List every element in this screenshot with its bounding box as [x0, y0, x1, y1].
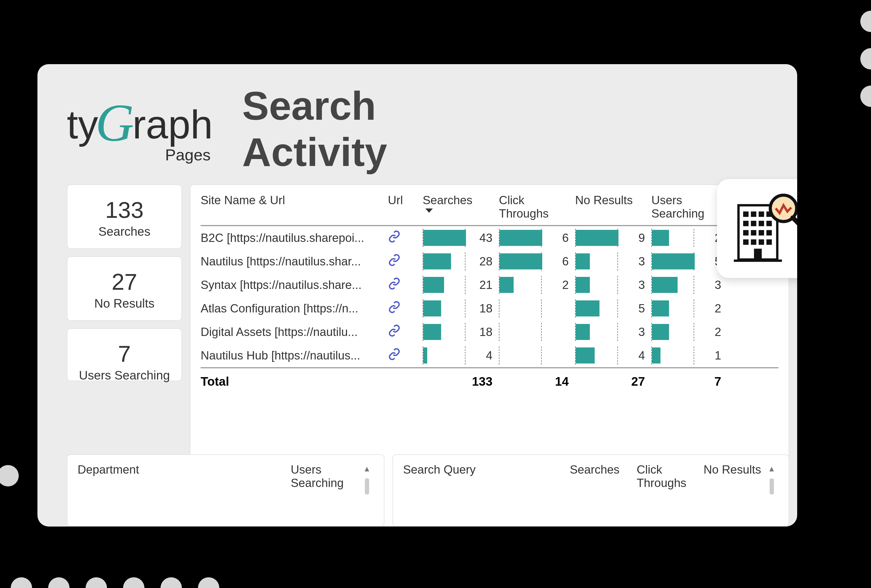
- kpi-label: No Results: [73, 296, 176, 310]
- kpi-value: 27: [73, 269, 176, 295]
- link-icon: [388, 277, 401, 290]
- bar-cell: 2: [651, 299, 727, 318]
- svg-rect-9: [766, 221, 772, 226]
- table-row[interactable]: Nautilus [https://nautilus.shar... 28 6 …: [201, 250, 778, 273]
- kpi-no-results[interactable]: 27 No Results: [67, 256, 182, 321]
- site-cell: Nautilus [https://nautilus.shar...: [201, 255, 388, 268]
- bar-cell: 1: [651, 346, 727, 364]
- bar-cell: 2: [651, 323, 727, 341]
- bar-cell: 6: [499, 229, 575, 247]
- link-icon: [388, 348, 401, 361]
- svg-rect-6: [743, 221, 748, 226]
- svg-rect-3: [751, 211, 756, 217]
- url-link[interactable]: [388, 324, 423, 340]
- page-title: Search Activity: [242, 83, 387, 175]
- bar-cell: 4: [423, 346, 499, 364]
- bar-cell: [499, 346, 575, 364]
- url-link[interactable]: [388, 254, 423, 269]
- bar-cell: 4: [575, 346, 651, 364]
- bar-cell: 28: [423, 252, 499, 270]
- site-cell: B2C [https://nautilus.sharepoi...: [201, 231, 388, 245]
- building-search-icon: [727, 190, 797, 267]
- svg-rect-4: [759, 211, 764, 217]
- bar-cell: 2: [651, 229, 727, 247]
- table-row[interactable]: Digital Assets [https://nautilu... 18 3 …: [201, 320, 778, 344]
- svg-rect-2: [743, 211, 748, 217]
- bar-cell: 9: [575, 229, 651, 247]
- svg-rect-11: [751, 230, 756, 236]
- logo: ty G raph Pages: [67, 94, 213, 164]
- bar-cell: 18: [423, 323, 499, 341]
- sq-clicks-header[interactable]: Click Throughs: [637, 463, 703, 490]
- bar-cell: 18: [423, 299, 499, 318]
- logo-text-left: ty: [67, 104, 98, 145]
- url-link[interactable]: [388, 230, 423, 246]
- dept-col-header[interactable]: Department: [78, 463, 291, 476]
- sq-scroll-icon[interactable]: [771, 463, 778, 494]
- bar-cell: 5: [575, 299, 651, 318]
- bar-cell: 43: [423, 229, 499, 247]
- svg-line-20: [793, 218, 797, 227]
- logo-text-right: raph: [132, 104, 213, 145]
- total-label: Total: [201, 374, 388, 389]
- url-link[interactable]: [388, 348, 423, 363]
- table-row[interactable]: Syntax [https://nautilus.share... 21 2 3…: [201, 273, 778, 297]
- link-icon: [388, 230, 401, 243]
- col-site-header[interactable]: Site Name & Url: [201, 194, 388, 207]
- dept-scroll-icon[interactable]: [366, 463, 374, 494]
- url-link[interactable]: [388, 277, 423, 293]
- table-row[interactable]: B2C [https://nautilus.sharepoi... 43 6 9…: [201, 226, 778, 250]
- table-row[interactable]: Atlas Configuration [https://n... 18 5 2: [201, 297, 778, 320]
- logo-g-icon: G: [96, 96, 134, 149]
- bar-cell: [499, 299, 575, 318]
- total-nores: 27: [575, 374, 651, 389]
- kpi-label: Searches: [73, 224, 176, 239]
- svg-rect-7: [751, 221, 756, 226]
- sq-col-header[interactable]: Search Query: [403, 463, 570, 476]
- site-cell: Atlas Configuration [https://n...: [201, 302, 388, 315]
- search-query-panel[interactable]: Search Query Searches Click Throughs No …: [392, 454, 789, 527]
- col-clicks-header[interactable]: Click Throughs: [499, 194, 575, 220]
- bar-cell: 2: [499, 276, 575, 294]
- bar-cell: 3: [575, 252, 651, 270]
- svg-rect-16: [759, 239, 764, 245]
- bar-cell: 6: [499, 252, 575, 270]
- col-users-header[interactable]: Users Searching: [651, 194, 727, 220]
- kpi-label: Users Searching: [73, 368, 176, 382]
- table-header-row: Site Name & Url Url Searches Click Throu…: [201, 194, 778, 225]
- col-nores-header[interactable]: No Results: [575, 194, 651, 207]
- kpi-value: 133: [73, 197, 176, 223]
- bar-cell: 3: [575, 323, 651, 341]
- table-row[interactable]: Nautilus Hub [https://nautilus... 4 4 1: [201, 344, 778, 367]
- department-panel[interactable]: Department Users Searching: [67, 454, 385, 527]
- link-icon: [388, 301, 401, 313]
- col-searches-header[interactable]: Searches: [423, 194, 499, 207]
- total-users: 7: [651, 374, 727, 389]
- svg-rect-10: [743, 230, 748, 236]
- dept-users-header[interactable]: Users Searching: [291, 463, 366, 490]
- sq-nores-header[interactable]: No Results: [703, 463, 771, 476]
- kpi-value: 7: [73, 340, 176, 367]
- kpi-searches[interactable]: 133 Searches: [67, 184, 182, 249]
- logo-subtext: Pages: [165, 146, 211, 164]
- svg-rect-1: [734, 260, 782, 262]
- url-link[interactable]: [388, 301, 423, 316]
- site-cell: Nautilus Hub [https://nautilus...: [201, 349, 388, 362]
- activity-icon-card: [717, 179, 797, 278]
- svg-rect-14: [743, 239, 748, 245]
- link-icon: [388, 254, 401, 266]
- site-cell: Syntax [https://nautilus.share...: [201, 278, 388, 292]
- bar-cell: [499, 323, 575, 341]
- svg-rect-18: [754, 249, 762, 260]
- bar-cell: 21: [423, 276, 499, 294]
- link-icon: [388, 324, 401, 337]
- bar-cell: 3: [575, 276, 651, 294]
- total-searches: 133: [423, 374, 499, 389]
- col-url-header[interactable]: Url: [388, 194, 423, 207]
- sq-searches-header[interactable]: Searches: [570, 463, 637, 476]
- svg-rect-13: [766, 230, 772, 236]
- total-clicks: 14: [499, 374, 575, 389]
- kpi-users-searching[interactable]: 7 Users Searching: [67, 328, 182, 381]
- bar-cell: 3: [651, 276, 727, 294]
- dashboard-card: ty G raph Pages Search Activity 133 Sear…: [37, 64, 797, 527]
